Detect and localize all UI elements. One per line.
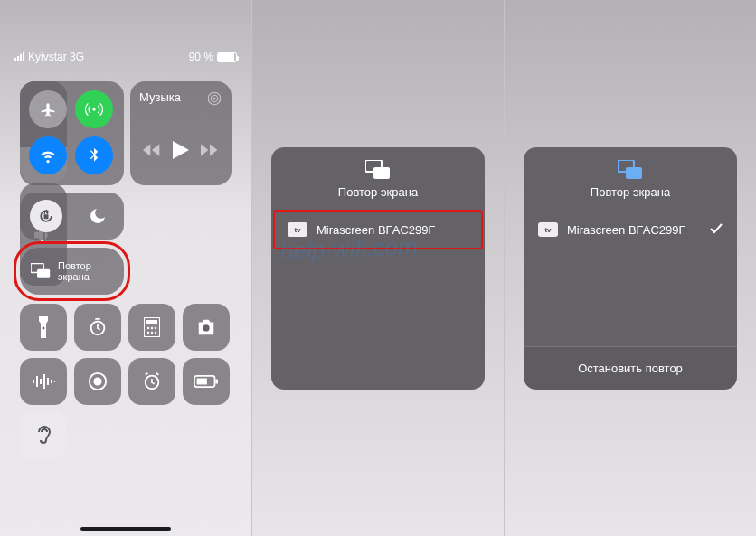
svg-rect-4 [43,214,48,219]
device-name: Mirascreen BFAC299F [317,223,436,237]
hearing-button[interactable] [20,412,67,459]
screen-mirroring-button[interactable]: Повтор экрана [20,248,124,295]
timer-button[interactable] [74,304,121,351]
svg-point-17 [155,332,156,334]
stop-mirroring-button[interactable]: Остановить повтор [524,346,737,390]
voice-memo-button[interactable] [20,358,67,405]
svg-point-3 [213,98,216,100]
mirror-label-line2: экрана [58,271,91,282]
status-bar: Kyivstar 3G 90 % [0,51,251,63]
device-name: Mirascreen BFAC299F [567,223,686,237]
alarm-icon [142,371,162,391]
wifi-button[interactable] [29,136,67,174]
calculator-icon [144,317,160,337]
connectivity-group [20,81,124,185]
timer-icon [88,317,108,337]
phone-mirror-connected: Повтор экрана tv Mirascreen BFAC299F Ост… [505,0,756,536]
battery-icon [194,375,218,388]
airplay-audio-icon [206,90,222,107]
stop-mirroring-label: Остановить повтор [578,362,683,375]
play-icon[interactable] [173,141,189,159]
phone-mirror-select: Повтор экрана tv Mirascreen BFAC299F [252,0,504,536]
checkmark-icon [710,223,723,237]
svg-point-18 [203,324,209,331]
svg-rect-23 [215,379,218,383]
mirror-dialog-title: Повтор экрана [338,185,418,199]
mirror-dialog-title: Повтор экрана [591,185,670,199]
antenna-icon [85,100,103,118]
battery-icon [217,52,237,62]
svg-point-12 [147,327,149,329]
carrier-info: Kyivstar 3G [14,51,84,63]
screen-record-button[interactable] [74,358,121,405]
signal-icon [14,52,24,61]
device-row[interactable]: tv Mirascreen BFAC299F [273,210,483,249]
mirror-dialog: Повтор экрана tv Mirascreen BFAC299F [271,147,485,390]
svg-point-16 [151,332,153,334]
cellular-button[interactable] [75,90,113,128]
mirror-icon [365,160,391,180]
battery-pct: 90 % [189,51,213,63]
home-indicator[interactable] [80,527,171,531]
appletv-icon: tv [538,222,558,237]
svg-rect-6 [37,269,50,278]
bluetooth-button[interactable] [75,136,113,174]
mirror-icon [31,263,51,279]
flashlight-button[interactable] [20,304,67,351]
camera-icon [196,319,216,335]
music-tile[interactable]: Музыка [130,81,232,185]
mirror-dialog: Повтор экрана tv Mirascreen BFAC299F Ост… [524,147,737,390]
prev-track-icon[interactable] [143,143,161,157]
svg-rect-28 [626,167,642,179]
airplane-button[interactable] [29,90,67,128]
svg-rect-11 [146,320,157,324]
phone-control-center: Kyivstar 3G 90 % Музыка [0,0,251,536]
svg-rect-26 [373,167,390,179]
mirror-label-line1: Повтор [58,260,91,271]
carrier-name: Kyivstar 3G [28,51,84,63]
alarm-button[interactable] [128,358,175,405]
device-row[interactable]: tv Mirascreen BFAC299F [524,210,737,249]
svg-point-14 [155,327,156,329]
svg-point-20 [93,377,101,385]
rotation-lock-button[interactable] [20,193,72,240]
mirror-dialog-header: Повтор экрана [524,147,737,210]
calculator-button[interactable] [128,304,175,351]
wifi-icon [39,146,57,165]
appletv-icon: tv [288,222,307,237]
dnd-button[interactable] [72,193,125,240]
svg-point-13 [151,327,153,329]
svg-point-15 [147,332,149,334]
rotation-lock-icon [37,207,55,225]
flashlight-icon [37,316,50,338]
lock-dnd-group [20,193,124,240]
mirror-icon [618,160,643,180]
low-power-button[interactable] [183,358,230,405]
next-track-icon[interactable] [201,143,219,157]
mirror-dialog-header: Повтор экрана [271,147,485,210]
control-center: Музыка [20,81,232,536]
record-icon [88,371,108,391]
airplane-icon [39,100,57,118]
svg-rect-24 [197,379,207,385]
shortcut-grid [20,304,230,459]
camera-button[interactable] [183,304,230,351]
ear-icon [35,425,52,447]
svg-point-0 [92,108,95,110]
bluetooth-icon [85,146,103,165]
svg-point-8 [43,327,45,330]
battery-status: 90 % [189,51,237,63]
music-label: Музыка [139,90,181,107]
moon-icon [87,205,109,227]
waveform-icon [32,374,55,389]
